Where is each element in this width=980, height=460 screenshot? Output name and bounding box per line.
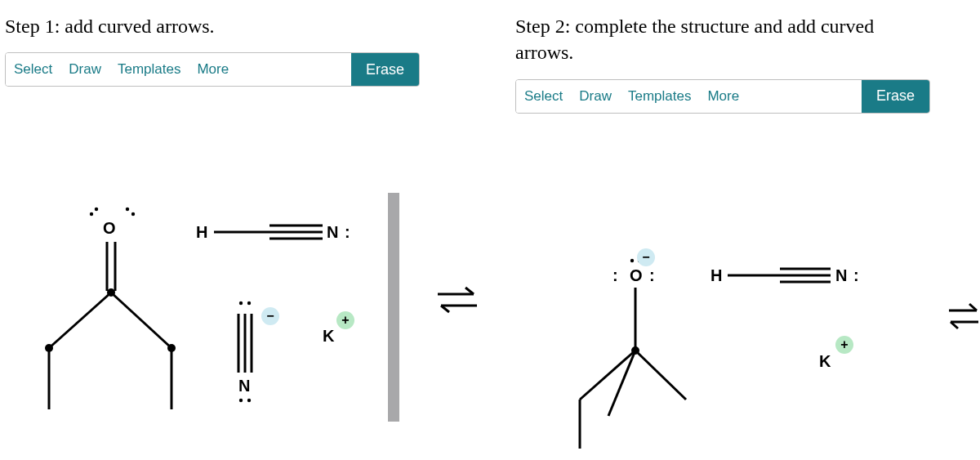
- step1-title: Step 1: add curved arrows.: [0, 0, 425, 47]
- atom-H: H: [710, 266, 722, 284]
- step2-structure: : O : H N: [510, 114, 935, 460]
- step2-title: Step 2: complete the structure and add c…: [510, 0, 935, 74]
- svg-point-1: [95, 208, 98, 211]
- svg-point-26: [630, 259, 634, 262]
- svg-line-33: [635, 351, 686, 400]
- more-button[interactable]: More: [699, 80, 747, 113]
- svg-point-22: [239, 399, 243, 402]
- step1-canvas[interactable]: O H: [0, 87, 425, 460]
- k-plus-charge: +: [835, 336, 853, 354]
- lonepair-O-right: :: [649, 266, 655, 284]
- atom-N: N: [835, 266, 847, 284]
- o-minus-charge: −: [637, 248, 655, 266]
- atom-N-bottom: N: [238, 377, 250, 395]
- step1-toolbar: Select Draw Templates More Erase: [5, 52, 420, 87]
- svg-point-23: [247, 399, 251, 402]
- templates-button[interactable]: Templates: [620, 80, 699, 113]
- atom-O: O: [630, 266, 643, 284]
- select-button[interactable]: Select: [516, 80, 571, 113]
- svg-point-2: [126, 208, 129, 211]
- step1-panel: Step 1: add curved arrows. Select Draw T…: [0, 0, 425, 460]
- atom-N-top: N: [327, 223, 338, 241]
- atom-K: K: [323, 327, 335, 345]
- svg-point-17: [239, 301, 243, 305]
- svg-line-7: [49, 293, 111, 348]
- select-button[interactable]: Select: [6, 53, 60, 86]
- erase-button[interactable]: Erase: [351, 53, 419, 86]
- draw-button[interactable]: Draw: [571, 80, 620, 113]
- step2-panel: Step 2: complete the structure and add c…: [510, 0, 935, 460]
- svg-point-3: [131, 212, 135, 216]
- svg-line-10: [111, 293, 172, 348]
- lonepair-O-left: :: [612, 266, 618, 284]
- lonepair-N-top: :: [345, 223, 350, 241]
- atom-H: H: [196, 223, 207, 241]
- atom-K: K: [819, 352, 831, 370]
- svg-line-30: [580, 351, 635, 400]
- equilibrium-arrows-icon: [947, 286, 980, 351]
- canvas-scrollbar[interactable]: [388, 193, 399, 422]
- equilibrium-right: [947, 0, 980, 460]
- step2-canvas[interactable]: : O : H N: [510, 114, 935, 460]
- step2-toolbar: Select Draw Templates More Erase: [515, 79, 930, 114]
- step1-structure: O H: [0, 87, 425, 460]
- erase-button[interactable]: Erase: [862, 80, 929, 113]
- equilibrium-left: [433, 0, 482, 460]
- atom-O: O: [103, 219, 116, 237]
- svg-point-0: [90, 212, 93, 216]
- svg-line-32: [608, 351, 635, 416]
- more-button[interactable]: More: [189, 53, 237, 86]
- equilibrium-arrows-icon: [433, 270, 482, 335]
- svg-point-18: [247, 301, 251, 305]
- templates-button[interactable]: Templates: [109, 53, 189, 86]
- draw-button[interactable]: Draw: [60, 53, 109, 86]
- lonepair-N: :: [853, 266, 859, 284]
